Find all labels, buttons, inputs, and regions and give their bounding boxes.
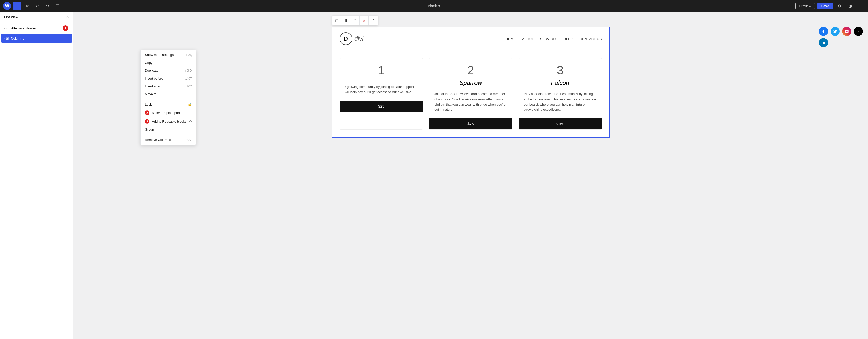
contrast-button[interactable]: ◑ [846,2,854,10]
nav-home[interactable]: HOME [506,37,516,41]
site-logo: D divi [340,32,363,45]
shortcut-text: ⌥⌘T [183,77,192,80]
tiktok-icon[interactable]: ♪ [854,27,863,36]
shortcut-text: ⌥⌘Y [183,85,192,88]
redo-button[interactable]: ↪ [43,2,52,10]
social-row-top: ♪ [819,27,863,36]
list-view-button[interactable]: ☰ [54,2,62,10]
badge-3: 3 [145,119,149,124]
facebook-icon[interactable] [819,27,828,36]
menu-item-group[interactable]: Group [141,126,196,134]
menu-label: Move to [145,92,156,96]
item-options-button[interactable]: ⋮ [63,36,69,40]
sidebar-item-alternate-header[interactable]: › ▭ Alternate Header 1 [1,23,72,33]
toolbar-left: W + ✏ ↩ ↪ ☰ [3,2,62,10]
wp-logo[interactable]: W [3,2,11,10]
pricing-cta-3[interactable]: $150 [519,118,601,130]
pricing-cta-1[interactable]: $25 [340,101,423,112]
block-icon: ▭ [6,26,9,30]
linkedin-icon[interactable] [819,38,828,47]
lock-icon: 🔒 [188,102,192,106]
pricing-number-1: 1 [340,58,423,77]
undo-button[interactable]: ↩ [33,2,41,10]
content-area: ♪ ⊞ ⠿ ⌃ ✕ ⋮ D divi [73,12,868,339]
shortcut-text: ⇧⌘, [185,53,192,57]
pencil-button[interactable]: ✏ [23,2,31,10]
menu-item-show-more-settings[interactable]: Show more settings ⇧⌘, [141,51,196,59]
menu-item-remove-columns[interactable]: Remove Columns ^⌥Z [141,136,196,144]
menu-item-insert-before[interactable]: Insert before ⌥⌘T [141,75,196,82]
twitter-icon[interactable] [831,27,840,36]
sidebar-header: List View ✕ [0,12,73,23]
pricing-name-3: Falcon [519,77,601,88]
editor-canvas: ⊞ ⠿ ⌃ ✕ ⋮ D divi HOME ABOUT SERVICES BLO… [332,27,610,138]
preview-button[interactable]: Preview [795,3,815,9]
menu-item-make-template-part[interactable]: 2 Make template part [141,108,196,117]
pricing-desc-3: Play a leading role for our community by… [519,88,601,116]
pricing-desc-1: r growing community by joining el. Your … [340,81,423,98]
main-layout: List View ✕ › ▭ Alternate Header 1 › ⊞ C… [0,12,868,339]
social-row-bottom [819,38,863,47]
arrow-icon: › [4,27,5,30]
menu-divider-2 [141,135,196,135]
pricing-desc-2: Join at the Sparrow level and become a m… [429,88,512,116]
site-header: D divi HOME ABOUT SERVICES BLOG CONTACT … [332,27,609,50]
settings-button[interactable]: ⚙ [836,2,844,10]
sidebar: List View ✕ › ▭ Alternate Header 1 › ⊞ C… [0,12,73,339]
block-icon: ⊞ [6,36,9,40]
move-up-button[interactable]: ⌃ [350,16,360,25]
sidebar-close-button[interactable]: ✕ [66,15,69,20]
nav-blog[interactable]: BLOG [564,37,574,41]
pricing-name-2: Sparrow [429,77,512,88]
sidebar-item-columns[interactable]: › ⊞ Columns ⋮ [1,34,72,43]
menu-label: Add to Reusable blocks [152,120,187,123]
svg-point-2 [822,41,823,41]
instagram-icon[interactable] [842,27,851,36]
top-bar: W + ✏ ↩ ↪ ☰ Blank ▾ Preview Save ⚙ ◑ ⋮ [0,0,868,12]
pricing-number-3: 3 [519,58,601,77]
shortcut-text: ^⌥Z [185,138,192,142]
menu-item-insert-after[interactable]: Insert after ⌥⌘Y [141,82,196,90]
menu-label: Duplicate [145,69,158,73]
menu-label: Remove Columns [145,138,171,142]
sidebar-title: List View [4,15,18,19]
menu-item-copy[interactable]: Copy [141,59,196,67]
item-label: Alternate Header [11,26,63,30]
save-button[interactable]: Save [817,3,833,9]
nav-contact[interactable]: CONTACT US [580,37,602,41]
context-menu: Show more settings ⇧⌘, Copy Duplicate ⇧⌘… [141,50,196,145]
menu-label: Insert before [145,77,163,80]
menu-label: Insert after [145,84,160,88]
pricing-cta-2[interactable]: $75 [429,118,512,130]
menu-item-add-reusable[interactable]: 3 Add to Reusable blocks ◇ [141,117,196,126]
menu-label: Group [145,128,154,132]
page-title-button[interactable]: Blank ▾ [426,3,442,9]
badge-2: 2 [145,110,149,115]
menu-label: Lock [145,103,152,106]
site-navigation: HOME ABOUT SERVICES BLOG CONTACT US [506,37,602,41]
item-label: Columns [11,36,63,40]
item-badge: 1 [63,25,68,31]
drag-handle[interactable]: ⠿ [341,16,350,25]
menu-item-move-to[interactable]: Move to [141,90,196,98]
social-icons-panel: ♪ [819,27,863,49]
pricing-card-1: 1 r growing community by joining el. You… [340,58,423,130]
add-block-button[interactable]: + [13,2,21,10]
nav-about[interactable]: ABOUT [522,37,534,41]
logo-text: divi [354,35,363,42]
arrow-icon: › [4,37,5,40]
menu-label: Make template part [152,111,180,115]
block-toolbar: ⊞ ⠿ ⌃ ✕ ⋮ [332,16,378,25]
more-options-button[interactable]: ⋮ [857,2,865,10]
menu-item-duplicate[interactable]: Duplicate ⇧⌘D [141,67,196,75]
delete-button[interactable]: ✕ [360,16,369,25]
pricing-card-2: 2 Sparrow Join at the Sparrow level and … [429,58,512,130]
nav-services[interactable]: SERVICES [540,37,558,41]
menu-item-lock[interactable]: Lock 🔒 [141,100,196,108]
columns-type-button[interactable]: ⊞ [332,16,341,25]
pricing-grid: 1 r growing community by joining el. You… [340,58,602,130]
menu-label: Show more settings [145,53,174,57]
more-options-button[interactable]: ⋮ [369,16,378,25]
pricing-section: 1 r growing community by joining el. You… [332,50,609,137]
chevron-down-icon: ▾ [438,4,440,8]
